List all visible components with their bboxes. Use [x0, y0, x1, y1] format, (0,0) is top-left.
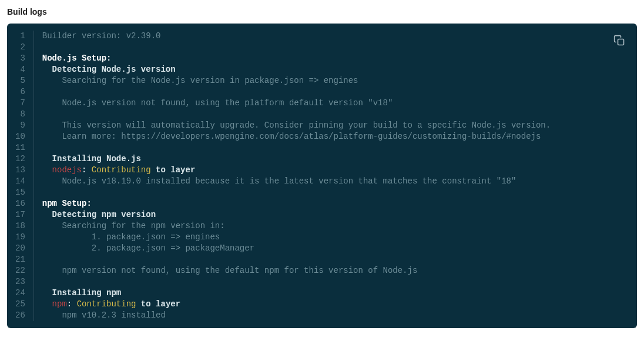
log-segment: nodejs: [42, 165, 82, 175]
log-segment: Node.js version not found, using the pla…: [42, 98, 393, 108]
line-number: 14: [7, 176, 33, 187]
line-content: [33, 187, 637, 198]
copy-icon: [613, 35, 625, 48]
log-line: 3Node.js Setup:: [7, 53, 637, 64]
log-segment: Detecting Node.js version: [42, 65, 176, 74]
line-content: npm v10.2.3 installed: [33, 310, 637, 321]
line-number: 21: [7, 254, 33, 265]
line-number: 16: [7, 198, 33, 209]
log-segment: Detecting npm version: [42, 210, 156, 219]
line-content: Learn more: https://developers.wpengine.…: [33, 131, 637, 142]
line-number: 22: [7, 265, 33, 276]
line-content: npm Setup:: [33, 198, 637, 209]
log-segment: npm Setup:: [42, 199, 92, 208]
line-number: 23: [7, 276, 33, 288]
line-content: Detecting Node.js version: [33, 64, 637, 75]
line-number: 11: [7, 142, 33, 153]
log-segment: Installing npm: [42, 288, 121, 298]
log-line: 23: [7, 276, 637, 288]
line-content: Detecting npm version: [33, 209, 637, 221]
line-content: [33, 276, 637, 288]
log-segment: Contributing: [77, 299, 136, 309]
log-line: 12 Installing Node.js: [7, 153, 637, 165]
log-segment: This version will automatically upgrade.…: [42, 121, 551, 130]
log-line: 6: [7, 86, 637, 98]
log-segment: 1. package.json => engines: [42, 232, 220, 242]
log-segment: Node.js Setup:: [42, 54, 112, 63]
log-line: 10 Learn more: https://developers.wpengi…: [7, 131, 637, 142]
log-line: 19 1. package.json => engines: [7, 232, 637, 243]
log-line: 9 This version will automatically upgrad…: [7, 120, 637, 131]
log-segment: Builder version: v2.39.0: [42, 31, 161, 41]
line-number: 10: [7, 131, 33, 142]
line-content: [33, 254, 637, 265]
line-content: Node.js version not found, using the pla…: [33, 98, 637, 109]
log-line: 11: [7, 142, 637, 153]
line-number: 15: [7, 187, 33, 198]
line-number: 18: [7, 221, 33, 232]
line-content: Builder version: v2.39.0: [33, 31, 637, 42]
line-number: 6: [7, 86, 33, 98]
log-line: 1Builder version: v2.39.0: [7, 31, 637, 42]
log-line: 18 Searching for the npm version in:: [7, 221, 637, 232]
log-line: 21: [7, 254, 637, 265]
log-line: 15: [7, 187, 637, 198]
log-table: 1Builder version: v2.39.02 3Node.js Setu…: [7, 31, 637, 321]
log-segment: :: [82, 165, 92, 175]
line-content: 2. package.json => packageManager: [33, 243, 637, 254]
log-line: 25 npm: Contributing to layer: [7, 299, 637, 310]
log-segment: 2. package.json => packageManager: [42, 243, 254, 253]
line-content: [33, 142, 637, 153]
page-title: Build logs: [7, 7, 637, 16]
log-line: 4 Detecting Node.js version: [7, 64, 637, 75]
log-line: 13 nodejs: Contributing to layer: [7, 165, 637, 176]
log-segment: :: [67, 299, 77, 309]
log-line: 14 Node.js v18.19.0 installed because it…: [7, 176, 637, 187]
line-content: nodejs: Contributing to layer: [33, 165, 637, 176]
line-number: 13: [7, 165, 33, 176]
line-number: 12: [7, 153, 33, 165]
line-number: 26: [7, 310, 33, 321]
svg-rect-0: [618, 39, 624, 45]
copy-button[interactable]: [611, 33, 628, 49]
line-content: Installing Node.js: [33, 153, 637, 165]
log-line: 24 Installing npm: [7, 288, 637, 299]
log-segment: Node.js v18.19.0 installed because it is…: [42, 176, 516, 186]
line-number: 17: [7, 209, 33, 221]
line-content: Node.js Setup:: [33, 53, 637, 64]
build-log-panel: 1Builder version: v2.39.02 3Node.js Setu…: [7, 24, 637, 328]
log-segment: Learn more: https://developers.wpengine.…: [42, 132, 541, 141]
line-number: 5: [7, 75, 33, 86]
line-content: Node.js v18.19.0 installed because it is…: [33, 176, 637, 187]
line-content: Searching for the npm version in:: [33, 221, 637, 232]
line-number: 3: [7, 53, 33, 64]
line-content: This version will automatically upgrade.…: [33, 120, 637, 131]
log-line: 17 Detecting npm version: [7, 209, 637, 221]
line-content: Searching for the Node.js version in pac…: [33, 75, 637, 86]
log-segment: Installing Node.js: [42, 154, 141, 163]
line-number: 8: [7, 109, 33, 120]
line-content: npm version not found, using the default…: [33, 265, 637, 276]
log-segment: to layer: [151, 165, 196, 175]
log-segment: npm: [42, 299, 67, 309]
line-number: 20: [7, 243, 33, 254]
log-segment: npm version not found, using the default…: [42, 266, 418, 275]
log-line: 7 Node.js version not found, using the p…: [7, 98, 637, 109]
line-number: 4: [7, 64, 33, 75]
line-number: 1: [7, 31, 33, 42]
log-line: 2: [7, 42, 637, 53]
line-content: 1. package.json => engines: [33, 232, 637, 243]
line-content: npm: Contributing to layer: [33, 299, 637, 310]
line-number: 25: [7, 299, 33, 310]
log-segment: npm v10.2.3 installed: [42, 310, 166, 320]
log-segment: Contributing: [92, 165, 151, 175]
line-number: 9: [7, 120, 33, 131]
line-content: [33, 109, 637, 120]
log-line: 26 npm v10.2.3 installed: [7, 310, 637, 321]
line-content: [33, 86, 637, 98]
line-content: Installing npm: [33, 288, 637, 299]
log-segment: Searching for the npm version in:: [42, 221, 225, 231]
line-number: 2: [7, 42, 33, 53]
log-line: 20 2. package.json => packageManager: [7, 243, 637, 254]
log-segment: Searching for the Node.js version in pac…: [42, 76, 358, 85]
